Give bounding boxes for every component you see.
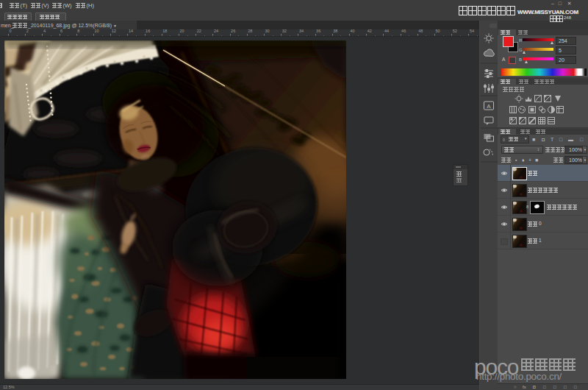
svg-text:A: A xyxy=(487,103,491,110)
